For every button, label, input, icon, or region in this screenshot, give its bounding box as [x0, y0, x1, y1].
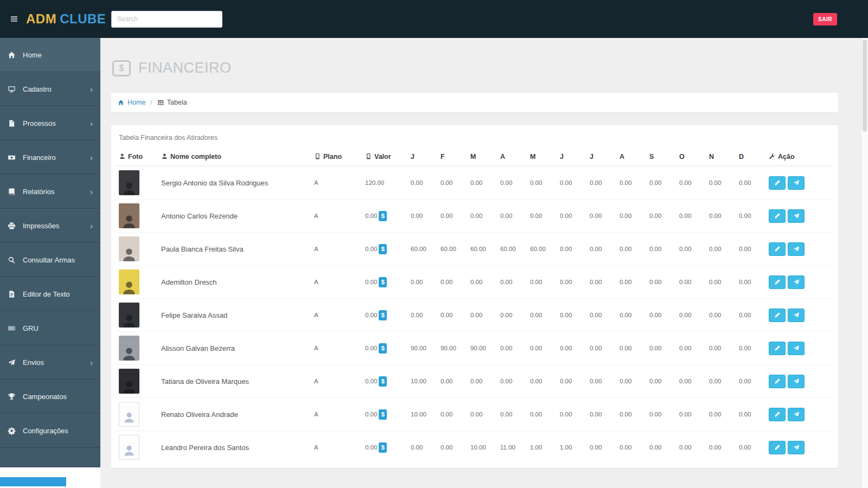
- send-button[interactable]: [788, 342, 805, 355]
- valor-amount: 0.00: [365, 279, 377, 285]
- search-input[interactable]: [111, 11, 222, 28]
- edit-button[interactable]: [769, 242, 786, 256]
- finance-panel: Tabela Financeira dos Atiradores FotoNom…: [111, 125, 838, 468]
- month-value: 0.00: [677, 332, 707, 365]
- dollar-badge-icon[interactable]: $: [379, 409, 387, 420]
- cell-foto: [117, 398, 159, 431]
- column-month-1-label: J: [411, 153, 414, 160]
- month-value: 0.00: [737, 299, 767, 332]
- month-value: 0.00: [468, 365, 498, 398]
- sidebar-item-gru[interactable]: GRU: [0, 311, 100, 345]
- chevron-right-icon: ›: [90, 222, 93, 230]
- send-button[interactable]: [788, 309, 805, 322]
- shooter-name: Antonio Carlos Rezende: [159, 200, 312, 233]
- month-value: 0.00: [647, 266, 677, 299]
- month-value: 0.00: [498, 365, 528, 398]
- month-value: 0.00: [588, 398, 617, 431]
- month-value: 0.00: [528, 200, 558, 233]
- edit-button[interactable]: [769, 209, 786, 223]
- sidebar-item-cadastro[interactable]: Cadastro›: [0, 72, 100, 106]
- plan-value: A: [312, 299, 363, 332]
- column-month-3-label: M: [470, 153, 476, 160]
- month-value: 0.00: [707, 365, 737, 398]
- edit-button[interactable]: [769, 342, 786, 355]
- dollar-badge-icon[interactable]: $: [379, 244, 387, 254]
- column-month-10: O: [677, 148, 707, 166]
- month-value: 0.00: [588, 365, 617, 398]
- shooter-name: Sergio Antonio da Silva Rodrigues: [159, 166, 312, 200]
- action-buttons: [769, 441, 831, 454]
- cell-foto: [117, 166, 159, 200]
- month-value: 0.00: [737, 398, 767, 431]
- hamburger-icon[interactable]: [10, 15, 18, 23]
- edit-button[interactable]: [769, 375, 786, 388]
- edit-button[interactable]: [769, 275, 786, 289]
- table-row: Paula Bianca Freitas SilvaA0.00$60.0060.…: [117, 233, 833, 266]
- financeiro-icon: $: [112, 60, 131, 76]
- month-value: 0.00: [677, 266, 707, 299]
- month-value: 0.00: [558, 332, 588, 365]
- sidebar-item-configuracoes[interactable]: Configurações: [0, 414, 100, 448]
- dollar-badge-icon[interactable]: $: [379, 277, 387, 287]
- send-button[interactable]: [788, 375, 805, 388]
- column-nome: Nome completo: [159, 148, 312, 166]
- month-value: 0.00: [617, 332, 647, 365]
- sidebar-item-label: Cadastro: [23, 85, 90, 93]
- action-buttons: [769, 375, 831, 388]
- breadcrumb: Home / Tabela: [111, 93, 838, 112]
- scrollbar-thumb[interactable]: [863, 40, 867, 132]
- scrollbar-track[interactable]: [861, 38, 868, 488]
- column-month-4-label: A: [500, 153, 505, 160]
- column-month-1: J: [409, 148, 438, 166]
- edit-button[interactable]: [769, 408, 786, 421]
- sidebar-item-envios[interactable]: Envios›: [0, 345, 100, 380]
- dollar-badge-icon[interactable]: $: [379, 343, 387, 354]
- sidebar-menu: HomeCadastro›Processos›Financeiro›Relató…: [0, 38, 100, 448]
- sidebar-item-editor-de-texto[interactable]: Editor de Texto: [0, 277, 100, 311]
- cell-acao: [767, 398, 833, 431]
- valor-amount: 0.00: [365, 312, 377, 318]
- breadcrumb-home-label: Home: [127, 99, 145, 106]
- search-icon: [8, 256, 17, 265]
- edit-button[interactable]: [769, 441, 786, 454]
- sidebar-item-financeiro[interactable]: Financeiro›: [0, 140, 100, 175]
- table-row: Ademilton DreschA0.00$0.000.000.000.000.…: [117, 266, 833, 299]
- table-row: Felipe Saraiva AssadA0.00$0.000.000.000.…: [117, 299, 833, 332]
- valor-amount: 0.00: [365, 213, 377, 219]
- send-button[interactable]: [788, 209, 805, 223]
- edit-button[interactable]: [769, 309, 786, 322]
- send-button[interactable]: [788, 275, 805, 289]
- logout-button[interactable]: SAIR: [813, 13, 837, 25]
- plan-value: A: [312, 233, 363, 266]
- breadcrumb-home-link[interactable]: Home: [118, 99, 145, 106]
- month-value: 0.00: [588, 166, 617, 200]
- send-button[interactable]: [788, 408, 805, 421]
- sidebar-item-home[interactable]: Home: [0, 38, 100, 72]
- sidebar-item-processos[interactable]: Processos›: [0, 106, 100, 140]
- dollar-badge-icon[interactable]: $: [379, 211, 387, 221]
- cell-foto: [117, 266, 159, 299]
- sidebar-item-relatorios[interactable]: Relatórios›: [0, 175, 100, 209]
- month-value: 11.00: [498, 431, 528, 464]
- avatar-placeholder-icon: [119, 435, 139, 460]
- brand: ADMCLUBE: [0, 11, 100, 27]
- sidebar-item-campeonatos[interactable]: Campeonatos: [0, 380, 100, 414]
- month-value: 0.00: [468, 398, 498, 431]
- month-value: 0.00: [617, 233, 647, 266]
- send-button[interactable]: [788, 242, 805, 256]
- avatar: [119, 170, 139, 195]
- month-value: 0.00: [438, 266, 468, 299]
- send-button[interactable]: [788, 176, 805, 190]
- month-value: 0.00: [707, 332, 737, 365]
- shooter-name: Leandro Pereira dos Santos: [159, 431, 312, 464]
- column-month-10-label: O: [679, 153, 685, 160]
- dollar-badge-icon[interactable]: $: [379, 442, 387, 453]
- dollar-badge-icon[interactable]: $: [379, 310, 387, 320]
- dollar-badge-icon[interactable]: $: [379, 376, 387, 387]
- avatar: [119, 236, 139, 261]
- sidebar-item-consultar-armas[interactable]: Consultar Armas: [0, 243, 100, 277]
- avatar-placeholder-icon: [119, 402, 139, 427]
- send-button[interactable]: [788, 441, 805, 454]
- sidebar-item-impressoes[interactable]: Impressões›: [0, 209, 100, 243]
- edit-button[interactable]: [769, 176, 786, 190]
